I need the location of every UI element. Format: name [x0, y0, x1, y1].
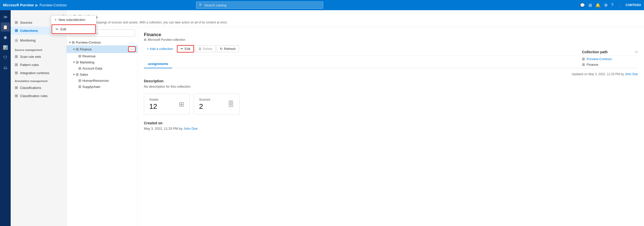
- search-bar[interactable]: 🔍 Search catalog: [196, 2, 323, 9]
- refresh-icon: ↻: [220, 47, 223, 51]
- tree-panel: ⧖ Filter resources ▼ ⊞ Purview-Contoso ▼…: [67, 27, 138, 226]
- refresh-label: Refresh: [224, 47, 236, 51]
- tree-item-supplychain[interactable]: ⊞ Supplychain: [67, 84, 138, 90]
- main-sidebar: « ⊞ Sources ⊞ Collections ◎ Monitoring S…: [11, 10, 67, 226]
- classification-rules-label: Classification rules: [20, 94, 48, 98]
- created-on-value: May 3, 2022, 11:33 PM by John Doe: [144, 127, 638, 130]
- tree-item-account-data[interactable]: ⊞ Account Data: [67, 65, 138, 71]
- sales-icon: ⊞: [76, 72, 79, 76]
- sources-stat-value: 2: [199, 102, 210, 111]
- sidebar-collapse-icon[interactable]: ≫: [1, 12, 10, 21]
- collection-path-more-icon[interactable]: ···: [635, 50, 638, 54]
- settings-icon[interactable]: ⚙: [604, 3, 608, 8]
- sidebar-item-scan-rule-sets[interactable]: ⊞ Scan rule sets: [11, 52, 66, 61]
- bell-icon[interactable]: 🔔: [595, 3, 601, 8]
- delete-label: Delete: [203, 47, 213, 51]
- icon-sidebar: ≫ 📋 ◉ 📊 🛡 🗂: [0, 10, 11, 226]
- sidebar-policy-icon[interactable]: 🛡: [1, 53, 10, 62]
- apps-icon[interactable]: ⊞: [589, 3, 592, 8]
- revenue-icon: ⊞: [78, 54, 81, 58]
- sales-label: Sales: [80, 73, 88, 76]
- tree-item-marketing[interactable]: ▼ ⊞ Marketing: [67, 59, 138, 65]
- edit-btn-label: Edit: [185, 47, 190, 51]
- monitoring-label: Monitoring: [20, 38, 36, 42]
- sidebar-insights-icon[interactable]: 📊: [1, 43, 10, 52]
- path-finance-icon: ⊞: [582, 62, 585, 67]
- detail-subtitle: ⊞ Microsoft Purview collection: [144, 38, 638, 42]
- sidebar-manage-icon[interactable]: 🗂: [1, 63, 10, 72]
- tree-item-sales[interactable]: ▼ ⊞ Sales: [67, 71, 138, 77]
- brand: Microsoft Purview ▶ Purview-Contoso: [3, 3, 67, 7]
- collection-path-item-finance: ⊞ Finance: [582, 62, 638, 67]
- classifications-icon: ⊞: [15, 85, 18, 90]
- edit-button[interactable]: ✏ Edit: [177, 45, 194, 52]
- dropdown-menu: + New subcollection ✏ Edit: [67, 27, 97, 35]
- user-label: CONTOSO: [626, 3, 641, 7]
- detail-title: Finance: [144, 32, 638, 37]
- sidebar-item-monitoring[interactable]: ◎ Monitoring: [11, 36, 66, 44]
- tabs-row: assignments: [144, 60, 638, 68]
- collections-header: Collections Collections are groupings of…: [67, 10, 644, 27]
- tree-item-revenue[interactable]: ⊞ Revenue: [67, 53, 138, 59]
- assets-label: Assets: [149, 98, 158, 101]
- marketing-expand-icon: ▼: [73, 61, 75, 64]
- tab-role-assignments[interactable]: assignments: [144, 60, 172, 68]
- root-expand-icon: ▼: [69, 41, 71, 44]
- annotation-management-header: Annotation management: [11, 77, 66, 84]
- detail-toolbar: + Add a collection ✏ Edit 🗑 Delete ↻ Ref…: [144, 45, 638, 56]
- tree-item-human-resources[interactable]: ⊞ HumanResources: [67, 77, 138, 84]
- sidebar-item-pattern-rules[interactable]: ⊞ Pattern rules: [11, 61, 66, 69]
- top-nav-icons: 💬 ⊞ 🔔 ⚙ ? 👤 CONTOSO: [580, 3, 641, 8]
- path-purview-icon: ⊞: [582, 57, 585, 61]
- stat-assets-content: Assets 12: [149, 98, 158, 111]
- delete-icon: 🗑: [198, 47, 202, 51]
- collection-path-item-purview[interactable]: ⊞ Purview-Contoso: [582, 56, 638, 62]
- created-user: John Doe: [183, 127, 198, 130]
- dropdown-edit[interactable]: ✏ Edit: [67, 27, 96, 34]
- search-icon: 🔍: [199, 3, 203, 7]
- supplychain-label: Supplychain: [82, 85, 100, 89]
- edit-btn-icon: ✏: [181, 47, 183, 51]
- sidebar-map-icon[interactable]: ◉: [1, 33, 10, 42]
- collections-body: ⧖ Filter resources ▼ ⊞ Purview-Contoso ▼…: [67, 27, 644, 226]
- detail-subtitle-icon: ⊞: [144, 38, 146, 42]
- chat-icon[interactable]: 💬: [580, 3, 585, 8]
- marketing-label: Marketing: [80, 60, 94, 64]
- help-icon[interactable]: ?: [611, 3, 613, 7]
- sidebar-item-classification-rules[interactable]: ⊞ Classification rules: [11, 92, 66, 100]
- tree-root[interactable]: ▼ ⊞ Purview-Contoso: [67, 39, 138, 45]
- path-finance-label: Finance: [587, 63, 598, 67]
- supplychain-icon: ⊞: [78, 85, 81, 89]
- sidebar-catalog-icon[interactable]: 📋: [1, 22, 10, 32]
- stat-card-sources: Sources 2 🗄: [194, 94, 239, 115]
- monitoring-icon: ◎: [15, 38, 18, 43]
- collections-subtitle: Collections are groupings of sources and…: [73, 21, 638, 24]
- tree-item-finance[interactable]: ▼ ⊞ Finance ···: [67, 45, 138, 53]
- collection-path-label: Collection path: [582, 50, 608, 54]
- add-collection-button[interactable]: + Add a collection: [144, 46, 176, 52]
- assets-value: 12: [149, 102, 158, 111]
- refresh-button[interactable]: ↻ Refresh: [217, 45, 239, 52]
- created-on-label: Created on: [144, 121, 638, 125]
- user-icon[interactable]: 👤: [617, 3, 622, 8]
- sources-icon: ⊞: [15, 20, 18, 25]
- integration-icon: ⊞: [15, 71, 18, 75]
- finance-more-button[interactable]: ···: [128, 46, 136, 52]
- integration-label: Integration runtimes: [20, 71, 49, 75]
- finance-expand-icon: ▼: [73, 48, 75, 51]
- finance-icon: ⊞: [76, 47, 79, 51]
- content-area: Collections Collections are groupings of…: [67, 10, 644, 226]
- path-purview-label: Purview-Contoso: [587, 57, 612, 61]
- brand-separator: ▶: [35, 3, 38, 7]
- pattern-rule-label: Pattern rules: [20, 63, 39, 67]
- sidebar-item-integration-runtimes[interactable]: ⊞ Integration runtimes: [11, 69, 66, 77]
- updated-static: Updated on May 3, 2022, 11:33 PM by: [572, 72, 624, 76]
- delete-button[interactable]: 🗑 Delete: [195, 45, 216, 52]
- sidebar-item-classifications[interactable]: ⊞ Classifications: [11, 84, 66, 92]
- sources-label: Sources: [20, 21, 32, 24]
- created-date: May 3, 2022, 11:33 PM by: [144, 127, 183, 130]
- stat-card-assets: Assets 12 ⊞: [144, 94, 190, 115]
- sources-stat-label: Sources: [199, 98, 210, 101]
- brand-name: Microsoft Purview: [3, 3, 34, 7]
- account-data-icon: ⊞: [78, 66, 81, 70]
